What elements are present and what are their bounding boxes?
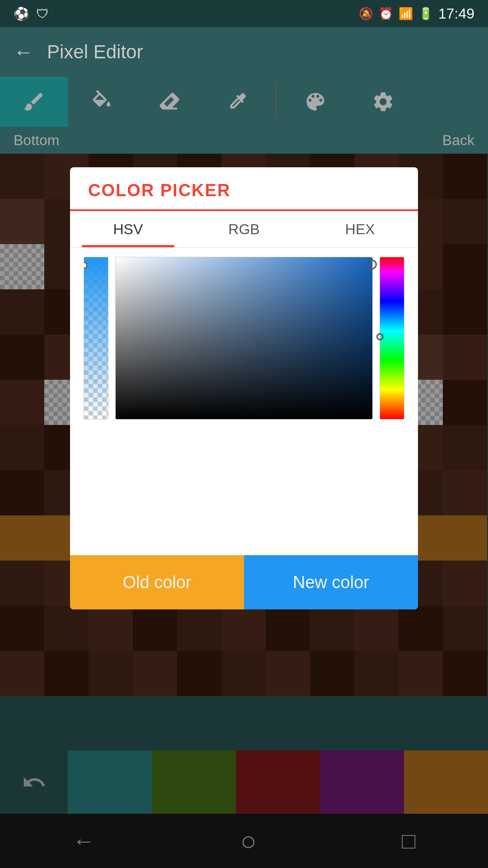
tab-hex[interactable]: HEX — [302, 211, 418, 247]
tabs-row: HSV RGB HEX — [70, 211, 418, 248]
tool-fill[interactable] — [68, 77, 136, 127]
picker-spacer — [70, 429, 418, 555]
color-picker-dialog: COLOR PICKER HSV RGB HEX Old color — [70, 167, 418, 609]
battery-icon: 🔋 — [418, 7, 433, 21]
alarm-icon: ⏰ — [379, 7, 393, 21]
color-gradient-box[interactable] — [115, 257, 373, 420]
tab-rgb-label: RGB — [228, 221, 259, 238]
settings-icon — [371, 90, 395, 113]
eraser-icon — [158, 90, 181, 113]
old-color-label: Old color — [122, 573, 191, 592]
signal-icon: 📶 — [399, 7, 413, 21]
back-label: Back — [442, 132, 474, 149]
dialog-buttons: Old color New color — [70, 555, 418, 609]
nav-text-row: Bottom Back — [0, 127, 488, 154]
bottom-label: Bottom — [14, 132, 59, 149]
gradient-thumb[interactable] — [367, 259, 377, 269]
picker-content — [70, 248, 418, 429]
alpha-strip[interactable] — [84, 257, 108, 420]
status-bar: ⚽ 🛡 🔕 ⏰ 📶 🔋 17:49 — [0, 0, 488, 27]
new-color-label: New color — [293, 573, 369, 592]
back-button[interactable]: ← — [14, 41, 33, 63]
tool-brush[interactable] — [0, 77, 68, 127]
hue-thumb[interactable] — [376, 333, 384, 340]
toolbar — [0, 77, 488, 127]
notification-off-icon: 🔕 — [359, 7, 373, 21]
eyedropper-icon — [225, 90, 249, 113]
app-title: Pixel Editor — [47, 41, 143, 63]
dialog-title: COLOR PICKER — [88, 181, 230, 200]
fill-icon — [90, 90, 113, 113]
status-time: 17:49 — [438, 5, 474, 22]
tool-eraser[interactable] — [136, 77, 203, 127]
soccer-ball-icon: ⚽ — [14, 6, 29, 21]
tab-hex-label: HEX — [345, 221, 375, 238]
palette-icon — [304, 90, 327, 113]
tool-palette[interactable] — [282, 77, 349, 127]
toolbar-divider — [276, 84, 277, 120]
dialog-header: COLOR PICKER — [70, 167, 418, 211]
hue-strip[interactable] — [380, 257, 404, 420]
tab-hsv-label: HSV — [113, 221, 143, 238]
shield-icon: 🛡 — [36, 6, 49, 21]
tool-settings[interactable] — [349, 77, 417, 127]
brush-icon — [22, 90, 46, 113]
alpha-thumb[interactable] — [84, 262, 88, 269]
app-bar: ← Pixel Editor — [0, 27, 488, 77]
status-bar-left-icons: ⚽ 🛡 — [14, 6, 49, 21]
status-bar-right: 🔕 ⏰ 📶 🔋 17:49 — [359, 5, 474, 22]
tab-hsv[interactable]: HSV — [70, 211, 186, 247]
tab-rgb[interactable]: RGB — [186, 211, 302, 247]
tool-eyedropper[interactable] — [203, 77, 271, 127]
new-color-button[interactable]: New color — [244, 555, 418, 609]
old-color-button[interactable]: Old color — [70, 555, 244, 609]
